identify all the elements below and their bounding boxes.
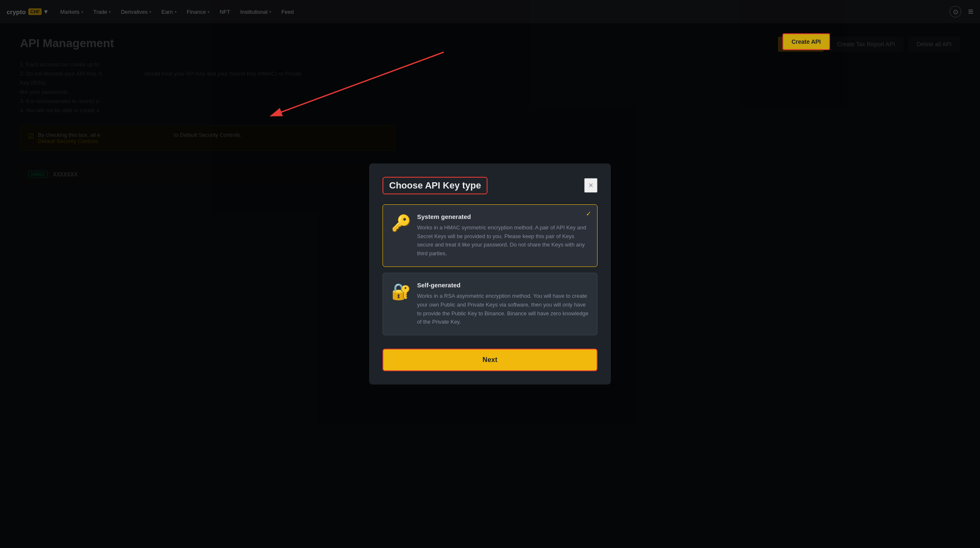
self-generated-card[interactable]: 🔐 Self-generated Works in a RSA asymmetr… (382, 273, 598, 335)
system-generated-title: System generated (417, 213, 589, 220)
self-generated-description: Works in a RSA asymmetric encryption met… (417, 292, 589, 327)
system-generated-info: System generated Works in a HMAC symmetr… (417, 213, 589, 258)
create-api-button-highlighted[interactable]: Create API (782, 33, 830, 50)
create-api-highlight-container: Create API (782, 33, 830, 50)
self-generated-title: Self-generated (417, 282, 589, 289)
modal-header: Choose API Key type × (382, 177, 598, 194)
modal-overlay: Choose API Key type × 🔑 System generated… (0, 0, 980, 548)
key-icon-system: 🔑 (391, 214, 410, 232)
selected-checkmark-icon: ✓ (586, 210, 591, 218)
self-generated-info: Self-generated Works in a RSA asymmetric… (417, 282, 589, 327)
key-icon-self: 🔐 (391, 282, 410, 301)
modal-title: Choose API Key type (382, 177, 488, 194)
system-generated-description: Works in a HMAC symmetric encryption met… (417, 224, 589, 258)
choose-api-modal: Choose API Key type × 🔑 System generated… (369, 163, 611, 385)
next-button[interactable]: Next (382, 349, 598, 371)
system-generated-card[interactable]: 🔑 System generated Works in a HMAC symme… (382, 204, 598, 267)
modal-close-button[interactable]: × (584, 178, 598, 193)
